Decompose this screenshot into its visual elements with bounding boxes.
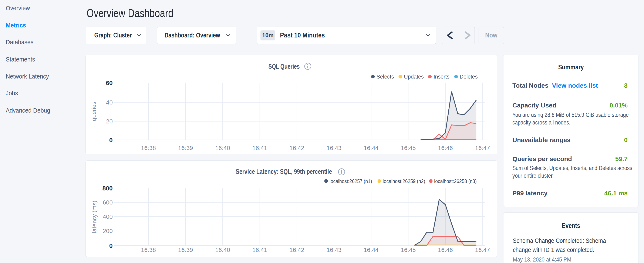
svg-text:16:40: 16:40 bbox=[215, 145, 230, 151]
svg-text:queries: queries bbox=[90, 102, 97, 121]
svg-text:16:38: 16:38 bbox=[141, 247, 156, 253]
svg-text:Inserts: Inserts bbox=[434, 74, 450, 80]
svg-text:16:47: 16:47 bbox=[475, 145, 490, 151]
svg-text:16:42: 16:42 bbox=[289, 145, 304, 151]
svg-text:20: 20 bbox=[106, 118, 113, 125]
svg-text:400: 400 bbox=[103, 213, 113, 220]
svg-text:16:46: 16:46 bbox=[438, 247, 453, 253]
svg-text:40: 40 bbox=[106, 99, 113, 106]
svg-text:Deletes: Deletes bbox=[460, 74, 478, 80]
svg-text:16:47: 16:47 bbox=[475, 247, 490, 253]
svg-text:16:44: 16:44 bbox=[364, 145, 379, 151]
svg-text:16:39: 16:39 bbox=[178, 247, 193, 253]
svg-text:0: 0 bbox=[109, 242, 113, 249]
svg-text:60: 60 bbox=[106, 80, 113, 86]
svg-text:Selects: Selects bbox=[376, 74, 394, 80]
svg-text:localhost:26258 (n3): localhost:26258 (n3) bbox=[434, 178, 477, 184]
svg-text:600: 600 bbox=[103, 199, 113, 206]
svg-text:16:44: 16:44 bbox=[364, 247, 379, 253]
svg-text:16:39: 16:39 bbox=[178, 145, 193, 151]
svg-text:16:41: 16:41 bbox=[252, 247, 267, 253]
svg-text:16:43: 16:43 bbox=[326, 247, 342, 253]
svg-text:localhost:26259 (n2): localhost:26259 (n2) bbox=[383, 178, 425, 184]
svg-text:latency (ms): latency (ms) bbox=[91, 201, 98, 233]
svg-text:16:45: 16:45 bbox=[401, 145, 416, 151]
svg-text:16:41: 16:41 bbox=[252, 145, 267, 151]
svg-text:200: 200 bbox=[103, 228, 113, 234]
svg-text:16:45: 16:45 bbox=[401, 247, 416, 253]
svg-text:16:40: 16:40 bbox=[215, 247, 230, 253]
svg-text:16:46: 16:46 bbox=[438, 145, 453, 151]
svg-text:800: 800 bbox=[102, 185, 113, 192]
svg-text:16:38: 16:38 bbox=[141, 145, 156, 151]
svg-text:16:42: 16:42 bbox=[289, 247, 304, 253]
svg-text:0: 0 bbox=[109, 137, 113, 144]
svg-text:localhost:26257 (n1): localhost:26257 (n1) bbox=[330, 178, 372, 184]
svg-text:Updates: Updates bbox=[404, 74, 424, 80]
svg-text:16:43: 16:43 bbox=[326, 145, 342, 151]
